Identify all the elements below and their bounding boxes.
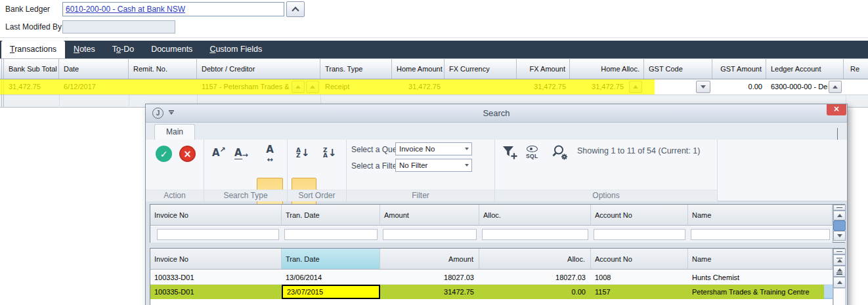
splitter-handle[interactable] bbox=[833, 249, 846, 254]
cell-alloc: 31472.75 bbox=[479, 300, 591, 305]
results-column-tran-date-sorted[interactable]: Tran. Date bbox=[282, 249, 380, 270]
tab-custom-fields[interactable]: Custom Fields bbox=[201, 41, 271, 58]
column-header-home-alloc[interactable]: Home Alloc. bbox=[570, 59, 644, 79]
column-header-bank-sub-total[interactable]: Bank Sub Total bbox=[4, 59, 59, 79]
query-select[interactable]: Invoice No bbox=[395, 142, 472, 155]
column-header-ledger-account[interactable]: Ledger Account bbox=[766, 59, 844, 79]
filter-input-name[interactable] bbox=[691, 229, 830, 240]
ribbon: ✓ × Action A↗ A→ A ↔ Search Type bbox=[146, 140, 847, 201]
a-arrow-right-icon[interactable]: A→ bbox=[234, 146, 248, 159]
column-header-trans-type[interactable]: Trans. Type bbox=[320, 59, 392, 79]
filter-column-account-no[interactable]: Account No bbox=[591, 205, 688, 226]
filter-input-alloc[interactable] bbox=[482, 229, 588, 240]
gst-code-dropdown-button[interactable] bbox=[696, 81, 710, 93]
group-label-filter: Filter bbox=[347, 190, 494, 201]
sort-za-icon[interactable]: ZA ↓ bbox=[323, 147, 337, 159]
scroll-up-icon[interactable] bbox=[833, 211, 846, 220]
tab-transactions[interactable]: Transactions bbox=[1, 41, 65, 58]
tab-documents[interactable]: Documents bbox=[142, 41, 201, 58]
results-column-amount[interactable]: Amount bbox=[380, 249, 479, 270]
scroll-page-up-icon[interactable] bbox=[833, 266, 846, 277]
column-header-remit-no[interactable]: Remit. No. bbox=[129, 59, 197, 79]
results-column-name[interactable]: Name bbox=[688, 249, 833, 270]
cancel-icon[interactable]: × bbox=[179, 146, 196, 162]
filter-column-name[interactable]: Name bbox=[688, 205, 833, 226]
filter-input-tran-date[interactable] bbox=[284, 229, 378, 240]
cell-invoice: 100333-D01 bbox=[150, 270, 282, 285]
filter-column-invoice-no[interactable]: Invoice No bbox=[150, 205, 282, 226]
result-count-status: Showing 1 to 11 of 54 (Current: 1) bbox=[577, 146, 700, 155]
filter-column-amount[interactable]: Amount bbox=[380, 205, 479, 226]
filter-input-amount[interactable] bbox=[383, 229, 477, 240]
cell-debtor-creditor: 1157 - Petersham Trades & Tra bbox=[197, 79, 290, 94]
lookup-up-icon bbox=[295, 85, 301, 89]
tab-main[interactable]: Main bbox=[154, 124, 195, 140]
dialog-titlebar[interactable]: J Search × bbox=[146, 104, 847, 123]
transaction-row[interactable]: 31,472.75 6/12/2017 1157 - Petersham Tra… bbox=[0, 79, 868, 95]
cell-fx-currency bbox=[445, 79, 517, 94]
ledger-lookup-button[interactable] bbox=[829, 81, 842, 93]
cell-account: 1008 bbox=[591, 270, 688, 285]
filter-column-alloc[interactable]: Alloc. bbox=[479, 205, 591, 226]
column-header-fx-amount[interactable]: FX Amount bbox=[517, 59, 570, 79]
column-header-debtor-creditor[interactable]: Debtor / Creditor bbox=[197, 59, 320, 79]
tab-notes[interactable]: Notes bbox=[65, 41, 104, 58]
column-header-gst-code[interactable]: GST Code bbox=[644, 59, 712, 79]
filter-input-invoice-no[interactable] bbox=[157, 229, 279, 240]
scrollbar-track[interactable] bbox=[833, 288, 846, 305]
sql-view-icon[interactable]: SQL bbox=[526, 146, 538, 159]
cell-name: Hunts Chemist bbox=[688, 270, 833, 285]
a-arrow-width-icon[interactable]: A ↔ bbox=[257, 144, 283, 164]
sort-az-icon[interactable]: AZ ↓ bbox=[296, 147, 310, 159]
cell-date: 29/06/2015 bbox=[282, 300, 380, 305]
cell-home-amount: 31,472.75 bbox=[392, 79, 445, 94]
cell-amount: 31472.75 bbox=[380, 285, 479, 299]
scroll-top-icon[interactable] bbox=[833, 254, 846, 266]
column-header-gst-amount[interactable]: GST Amount bbox=[712, 59, 766, 79]
search-settings-icon[interactable] bbox=[552, 144, 569, 164]
filter-move-icon[interactable] bbox=[501, 144, 518, 163]
cell-account: 1157 bbox=[591, 300, 688, 305]
column-header-fx-currency[interactable]: FX Currency bbox=[445, 59, 517, 79]
debtor-lookup-button-2[interactable] bbox=[306, 81, 319, 93]
results-column-alloc[interactable]: Alloc. bbox=[479, 249, 591, 270]
last-modified-field bbox=[62, 20, 175, 33]
filter-grid-scrollbar[interactable] bbox=[833, 205, 846, 242]
bank-ledger-link[interactable]: 6010-200-00 - Cash at Bank NSW bbox=[66, 5, 185, 14]
results-column-account-no[interactable]: Account No bbox=[591, 249, 688, 270]
tab-to-do[interactable]: To-Do bbox=[104, 41, 142, 58]
filter-input-account-no[interactable] bbox=[594, 229, 685, 240]
ribbon-group-search-type: A↗ A→ A ↔ Search Type bbox=[204, 140, 288, 201]
result-row-1[interactable]: 100333-D01 13/06/2014 18027.03 18027.03 … bbox=[150, 270, 833, 285]
scroll-up-icon[interactable] bbox=[833, 277, 846, 288]
scrollbar-thumb[interactable] bbox=[833, 220, 846, 231]
column-header-rec[interactable]: Re bbox=[846, 59, 868, 79]
filter-input-row bbox=[150, 226, 833, 243]
header-divider bbox=[0, 37, 868, 38]
cell-alloc: 0.00 bbox=[479, 285, 591, 299]
column-header-home-amount[interactable]: Home Amount bbox=[392, 59, 445, 79]
cell-name: Petersham Trades & Training Centre bbox=[688, 300, 833, 305]
a-arrow-up-icon[interactable]: A↗ bbox=[212, 146, 226, 159]
ribbon-group-filter: Select a Query... Invoice No Select a Fi… bbox=[347, 140, 495, 201]
result-row-2-selected[interactable]: 100335-D01 23/07/2015 31472.75 0.00 1157… bbox=[150, 285, 833, 299]
lookup-up-icon bbox=[310, 85, 315, 89]
app-window: Bank Ledger 6010-200-00 - Cash at Bank N… bbox=[0, 0, 868, 305]
results-grid-scrollbar[interactable] bbox=[833, 249, 846, 305]
home-alloc-lookup-button[interactable] bbox=[629, 81, 642, 93]
collapse-ribbon-icon[interactable] bbox=[837, 129, 838, 140]
scroll-down-icon[interactable] bbox=[833, 231, 846, 241]
splitter-handle[interactable] bbox=[833, 205, 846, 211]
lookup-up-icon bbox=[833, 85, 838, 89]
debtor-lookup-button[interactable] bbox=[292, 81, 305, 93]
result-row-3[interactable]: 100440-D01 29/06/2015 36381.11 31472.75 … bbox=[150, 300, 833, 305]
filter-column-tran-date[interactable]: Tran. Date bbox=[282, 205, 380, 226]
close-icon[interactable]: × bbox=[827, 104, 846, 115]
cell-trans-type: Receipt bbox=[320, 79, 392, 94]
bank-ledger-field[interactable]: 6010-200-00 - Cash at Bank NSW bbox=[62, 2, 284, 16]
results-column-invoice-no[interactable]: Invoice No bbox=[150, 249, 282, 270]
collapse-header-button[interactable] bbox=[286, 1, 305, 17]
filter-select[interactable]: No Filter bbox=[395, 159, 472, 172]
column-header-date[interactable]: Date bbox=[59, 59, 129, 79]
ok-icon[interactable]: ✓ bbox=[156, 146, 172, 162]
